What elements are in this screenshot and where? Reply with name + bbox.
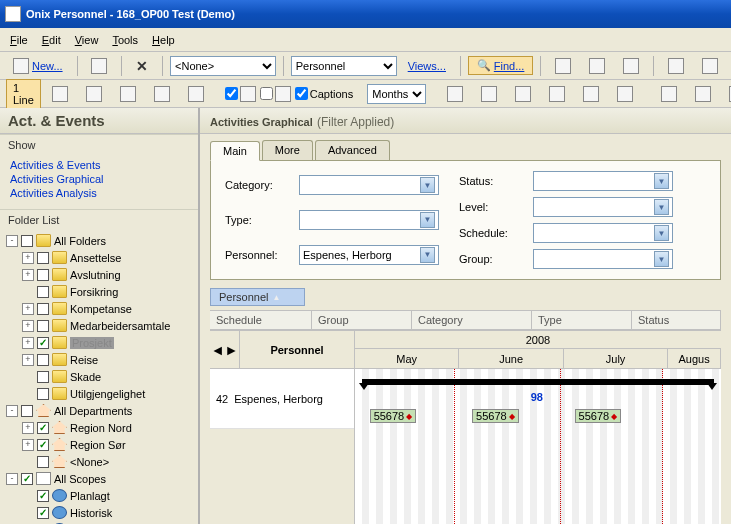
toggle2[interactable] <box>260 86 291 102</box>
gantt-tag[interactable]: 55678◆ <box>575 409 622 423</box>
scope-select[interactable]: <None> <box>170 56 276 76</box>
tree-item[interactable]: -All Folders <box>6 232 192 249</box>
tree-item[interactable]: Utilgjengelighet <box>22 385 192 402</box>
tree-item[interactable]: Skade <box>22 368 192 385</box>
tree-expand-icon[interactable]: + <box>22 337 34 349</box>
tree-item[interactable]: +Region Sør <box>22 436 192 453</box>
new-button[interactable]: New... <box>6 55 70 77</box>
tab-more[interactable]: More <box>262 140 313 160</box>
col-category[interactable]: Category <box>412 311 532 329</box>
act9-button[interactable] <box>722 83 731 105</box>
tree-item[interactable]: -All Scopes <box>6 470 192 487</box>
tree-checkbox[interactable] <box>37 320 49 332</box>
tree-checkbox[interactable] <box>37 337 49 349</box>
tree-item[interactable]: +Kompetanse <box>22 300 192 317</box>
chart4-button[interactable] <box>181 83 211 105</box>
gantt-row[interactable]: 42 Espenes, Herborg <box>210 369 354 429</box>
tree-checkbox[interactable] <box>37 422 49 434</box>
tree-checkbox[interactable] <box>37 456 49 468</box>
layout3-button[interactable] <box>616 55 646 77</box>
tree-item[interactable]: +Region Nord <box>22 419 192 436</box>
status-select[interactable]: ▼ <box>533 171 673 191</box>
tree-checkbox[interactable] <box>37 490 49 502</box>
col-group[interactable]: Group <box>312 311 412 329</box>
tree-expand-icon[interactable]: + <box>22 269 34 281</box>
tree-checkbox[interactable] <box>37 303 49 315</box>
tree-checkbox[interactable] <box>37 354 49 366</box>
category-select[interactable]: ▼ <box>299 175 439 195</box>
tree-expand-icon[interactable]: + <box>22 422 34 434</box>
menu-edit[interactable]: Edit <box>42 34 61 46</box>
tree-expand-icon[interactable]: + <box>22 439 34 451</box>
group-select[interactable]: ▼ <box>533 249 673 269</box>
gantt-nav-buttons[interactable]: ◄► <box>210 331 240 368</box>
tree-checkbox[interactable] <box>21 405 33 417</box>
group-by-header[interactable]: Personnel▲ <box>210 288 305 306</box>
tree-expand-icon[interactable]: - <box>6 405 18 417</box>
tree-item[interactable]: +Ansettelse <box>22 249 192 266</box>
chart1-button[interactable] <box>79 83 109 105</box>
act6-button[interactable] <box>610 83 640 105</box>
act5-button[interactable] <box>576 83 606 105</box>
tree-expand-icon[interactable]: + <box>22 303 34 315</box>
link-activities-graphical[interactable]: Activities Graphical <box>10 173 188 185</box>
menu-file[interactable]: File <box>10 34 28 46</box>
col-type[interactable]: Type <box>532 311 632 329</box>
tree-checkbox[interactable] <box>21 473 33 485</box>
link-activities-analysis[interactable]: Activities Analysis <box>10 187 188 199</box>
type-select[interactable]: ▼ <box>299 210 439 230</box>
tree-item[interactable]: +Avslutning <box>22 266 192 283</box>
gantt-view-button[interactable] <box>45 83 75 105</box>
chart2-button[interactable] <box>113 83 143 105</box>
tree-item[interactable]: +Reise <box>22 351 192 368</box>
gantt-bar[interactable] <box>362 379 713 385</box>
tree-item[interactable]: Planlagt <box>22 487 192 504</box>
tree-expand-icon[interactable]: + <box>22 320 34 332</box>
act2-button[interactable] <box>474 83 504 105</box>
toggle1[interactable] <box>225 86 256 102</box>
act4-button[interactable] <box>542 83 572 105</box>
entity-select[interactable]: Personnel <box>291 56 397 76</box>
act3-button[interactable] <box>508 83 538 105</box>
tree-checkbox[interactable] <box>37 252 49 264</box>
schedule-select[interactable]: ▼ <box>533 223 673 243</box>
print-button[interactable] <box>84 55 114 77</box>
act8-button[interactable] <box>688 83 718 105</box>
act7-button[interactable] <box>654 83 684 105</box>
views-button[interactable]: Views... <box>401 57 453 75</box>
tree-item[interactable]: +Medarbeidersamtale <box>22 317 192 334</box>
tree-expand-icon[interactable]: - <box>6 473 18 485</box>
tree-checkbox[interactable] <box>37 507 49 519</box>
tree-item[interactable]: <None> <box>22 453 192 470</box>
chart3-button[interactable] <box>147 83 177 105</box>
tree-expand-icon[interactable]: + <box>22 354 34 366</box>
tree-item[interactable]: -All Departments <box>6 402 192 419</box>
tab-advanced[interactable]: Advanced <box>315 140 390 160</box>
tree-checkbox[interactable] <box>37 371 49 383</box>
tree-checkbox[interactable] <box>37 388 49 400</box>
misc2-button[interactable] <box>695 55 725 77</box>
period-select[interactable]: Months <box>367 84 426 104</box>
col-status[interactable]: Status <box>632 311 721 329</box>
act1-button[interactable] <box>440 83 470 105</box>
tree-checkbox[interactable] <box>37 439 49 451</box>
layout1-button[interactable] <box>548 55 578 77</box>
tree-expand-icon[interactable]: + <box>22 252 34 264</box>
captions-toggle[interactable]: Captions <box>295 87 353 100</box>
tree-expand-icon[interactable]: - <box>6 235 18 247</box>
level-select[interactable]: ▼ <box>533 197 673 217</box>
gantt-tag[interactable]: 55678◆ <box>370 409 417 423</box>
tree-item[interactable]: Forsikring <box>22 283 192 300</box>
gantt-tag[interactable]: 55678◆ <box>472 409 519 423</box>
misc1-button[interactable] <box>661 55 691 77</box>
menu-help[interactable]: Help <box>152 34 175 46</box>
menu-view[interactable]: View <box>75 34 99 46</box>
tree-checkbox[interactable] <box>21 235 33 247</box>
tree-checkbox[interactable] <box>37 286 49 298</box>
delete-button[interactable]: ✕ <box>129 55 155 77</box>
layout2-button[interactable] <box>582 55 612 77</box>
col-schedule[interactable]: Schedule <box>210 311 312 329</box>
tree-checkbox[interactable] <box>37 269 49 281</box>
link-activities-events[interactable]: Activities & Events <box>10 159 188 171</box>
tree-item[interactable]: Historisk <box>22 504 192 521</box>
